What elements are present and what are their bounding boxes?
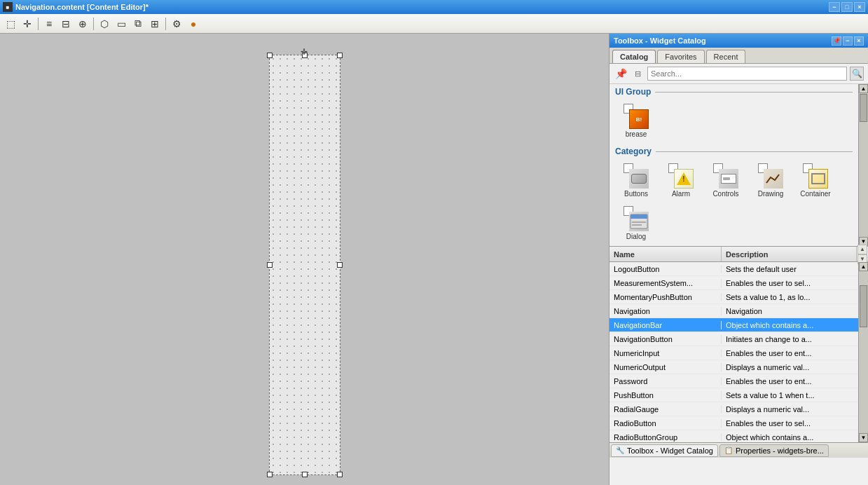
widget-drawing[interactable]: Drawing [750,160,792,200]
copy-tool-button[interactable]: ⬡ [97,16,112,32]
widget-tool-button[interactable]: ⊕ [75,16,90,32]
widget-dialog-icon [624,206,649,231]
handle-middle-right[interactable] [337,262,343,268]
catalog-scroll-thumb[interactable] [860,94,867,122]
widget-alarm[interactable]: ! Alarm [660,160,702,200]
search-input[interactable] [647,67,847,81]
table-cell-name: RadioButton [609,419,722,428]
drawing-icon [764,169,783,189]
widget-brease[interactable]: B! brease [615,101,657,141]
widget-brease-label: brease [626,130,647,138]
alarm-exclaim: ! [682,175,684,183]
content-canvas[interactable]: ✛ [269,55,340,475]
move-tool-button[interactable]: ✛ [20,16,35,32]
col-header-name: Name [609,247,722,261]
table-section: Name Description ▲ ▼ LogoutButton Sets t… [609,246,868,442]
handle-middle-left[interactable] [267,262,273,268]
handle-top-left[interactable] [267,53,273,58]
table-scroll-up[interactable]: ▲ [859,262,868,271]
table-sort-up[interactable]: ▲ [857,245,867,254]
table-row[interactable]: RadioButtonGroup Object which contains a… [609,430,858,442]
table-row[interactable]: NavigationBar Object which contains a... [609,318,858,332]
settings-tool-button[interactable]: ⚙ [169,16,184,32]
arrange-tool-button[interactable]: ⊞ [147,16,163,32]
widget-dialog[interactable]: Dialog [615,203,657,243]
handle-bottom-right[interactable] [337,472,343,477]
move-handle[interactable]: ✛ [301,47,308,57]
widget-controls[interactable]: Controls [705,160,747,200]
catalog-scrollbar: ▲ ▼ [858,84,868,246]
table-cell-desc: Navigation [722,307,858,315]
table-row[interactable]: NavigationButton Initiates an change to … [609,332,858,346]
canvas-area: ✛ [0,34,609,485]
toolbox-minimize-button[interactable]: − [843,36,853,46]
bar-tool-button[interactable]: ⊟ [58,16,74,32]
table-cell-name: MomentaryPushButton [609,293,722,301]
table-cell-name: NavigationBar [609,321,722,329]
dialog-icon [629,212,649,231]
handle-top-right[interactable] [337,53,343,58]
right-panel: Toolbox - Widget Catalog 📌 − × Catalog F… [609,34,868,485]
tab-catalog[interactable]: Catalog [612,50,656,63]
title-bar-buttons: − □ × [829,2,865,12]
table-scroll-down[interactable]: ▼ [859,433,868,442]
canvas-dots [270,55,340,474]
col-header-desc: Description [722,247,857,261]
table-row[interactable]: NumericInput Enables the user to ent... [609,346,858,360]
table-row[interactable]: LogoutButton Sets the default user [609,262,858,276]
widget-controls-icon [713,163,738,189]
title-bar: ■ Navigation.content [Content Editor]* −… [0,0,868,14]
widget-container[interactable]: Container [794,160,836,200]
filter-icon-button[interactable]: 📌 [614,67,628,81]
align-tool-button[interactable]: ≡ [41,16,57,32]
table-cell-desc: Sets a value to 1, as lo... [722,293,858,301]
table-cell-desc: Enables the user to sel... [722,419,858,428]
table-cell-desc: Object which contains a... [722,321,858,329]
table-cell-desc: Enables the user to ent... [722,377,858,385]
table-row[interactable]: MomentaryPushButton Sets a value to 1, a… [609,290,858,304]
brease-icon: B! [629,109,649,129]
toolbox-titlebar: Toolbox - Widget Catalog 📌 − × [609,34,868,48]
widget-container-icon [803,163,828,189]
catalog-scroll-up[interactable]: ▲ [859,84,868,93]
search-mode-icon[interactable]: ⊟ [631,67,645,81]
handle-bottom-middle[interactable] [302,472,308,477]
table-cell-name: PushButton [609,391,722,399]
toolbox-title: Toolbox - Widget Catalog [614,36,832,45]
table-row[interactable]: RadioButton Enables the user to sel... [609,416,858,430]
search-button[interactable]: 🔍 [850,67,864,81]
widget-buttons-label: Buttons [624,190,648,198]
table-cell-desc: Sets the default user [722,265,858,273]
table-row[interactable]: RadialGauge Displays a numeric val... [609,402,858,416]
table-row[interactable]: MeasurementSystem... Enables the user to… [609,276,858,290]
table-scroll-thumb[interactable] [860,285,867,327]
table-cell-desc: Displays a numeric val... [722,405,858,414]
minimize-button[interactable]: − [829,2,840,12]
widget-buttons[interactable]: Buttons [615,160,657,200]
tab-favorites[interactable]: Favorites [657,50,704,63]
color-tool-button[interactable]: ● [186,16,201,32]
table-row[interactable]: Navigation Navigation [609,304,858,318]
toolbar-sep-3 [165,18,166,30]
catalog-scroll-track [859,93,868,237]
tab-recent[interactable]: Recent [706,50,746,63]
toolbox-close-button[interactable]: × [854,36,864,46]
toolbox-pin-button[interactable]: 📌 [832,36,841,46]
select-tool-button[interactable]: ⬚ [3,16,18,32]
maximize-button[interactable]: □ [841,2,853,12]
widget2-tool-button[interactable]: ▭ [113,16,129,32]
bottom-tab-properties[interactable]: 📋 Properties - widgets-bre... [719,444,829,457]
paste-tool-button[interactable]: ⧉ [130,16,146,32]
toolbar: ⬚ ✛ ≡ ⊟ ⊕ ⬡ ▭ ⧉ ⊞ ⚙ ● [0,14,868,34]
handle-bottom-left[interactable] [267,472,273,477]
table-cell-desc: Displays a numeric val... [722,363,858,371]
table-row[interactable]: NumericOutput Displays a numeric val... [609,360,858,374]
bottom-tab-toolbox[interactable]: 🔧 Toolbox - Widget Catalog [611,444,718,457]
table-body: LogoutButton Sets the default user Measu… [609,262,858,442]
close-button[interactable]: × [854,2,865,12]
table-row[interactable]: Password Enables the user to ent... [609,374,858,388]
table-row[interactable]: PushButton Sets a value to 1 when t... [609,388,858,402]
container-icon [808,169,828,189]
svg-rect-1 [631,214,647,219]
search-bar: 📌 ⊟ 🔍 [609,64,868,84]
